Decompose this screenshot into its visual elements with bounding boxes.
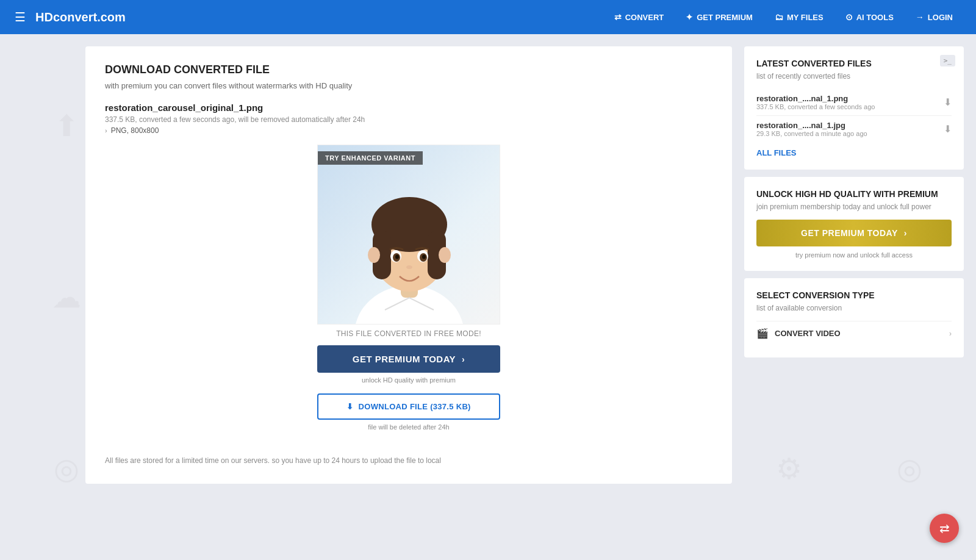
nav-item-myfiles[interactable]: 🗂MY FILES (766, 9, 832, 26)
nav-label-premium: GET PREMIUM (697, 13, 753, 22)
nav-icon-myfiles: 🗂 (775, 12, 783, 22)
conversion-item-0[interactable]: 🎬 CONVERT VIDEO › (756, 321, 952, 345)
download-label: DOWNLOAD FILE (337.5 KB) (359, 402, 471, 411)
conversion-type-sub: list of available conversion (756, 304, 952, 312)
conversion-list: 🎬 CONVERT VIDEO › (756, 321, 952, 345)
page-title: DOWNLOAD CONVERTED FILE (105, 63, 712, 76)
svg-point-14 (395, 255, 399, 259)
buttons-wrapper: GET PREMIUM TODAY › unlock HD quality wi… (317, 345, 500, 443)
svg-point-8 (368, 247, 380, 263)
nav-icon-aitools: ⊙ (845, 12, 853, 22)
svg-point-15 (422, 255, 426, 259)
page-background: ⬆⚙◎⬡ ↯⬆▣⚙ ☁◎⬡↯ ▣⬆☁⚙ ◎⬡⬆↯ ▣☁⚙◎ DOWNLOAD C… (0, 34, 976, 560)
latest-files-card: LATEST CONVERTED FILES list of recently … (744, 46, 964, 170)
conversion-item-left-0: 🎬 CONVERT VIDEO (756, 328, 841, 339)
file-item-info-0: restoration_....nal_1.png 337.5 KB, conv… (756, 94, 875, 110)
file-list: restoration_....nal_1.png 337.5 KB, conv… (756, 89, 952, 142)
download-btn-sub: file will be deleted after 24h (368, 423, 449, 431)
chevron-right-icon: › (462, 354, 465, 364)
file-name: restoration_carousel_original_1.png (105, 102, 712, 113)
file-type-row[interactable]: › PNG, 800x800 (105, 126, 712, 135)
nav-item-login[interactable]: →LOGIN (907, 9, 961, 26)
file-meta: 337.5 KB, converted a few seconds ago, w… (105, 115, 712, 124)
conversion-chevron-0: › (949, 329, 952, 338)
nav-label-convert: CONVERT (625, 13, 664, 22)
conversion-icon-0: 🎬 (756, 328, 769, 339)
preview-image (318, 145, 500, 325)
premium-gold-btn-sub: try premium now and unlock full access (756, 251, 952, 259)
image-preview-wrapper: TRY ENHANCED VARIANT THIS FILE CONVERTED… (105, 145, 712, 443)
nav-label-myfiles: MY FILES (787, 13, 824, 22)
download-icon: ⬇ (346, 402, 353, 411)
page-subtitle: with premium you can convert files witho… (105, 81, 712, 90)
file-type-label: PNG, 800x800 (111, 126, 159, 135)
file-download-icon-0[interactable]: ⬇ (944, 96, 952, 108)
nav-label-login: LOGIN (928, 13, 953, 22)
site-logo: HDconvert.com (35, 10, 126, 24)
nav-item-convert[interactable]: ⇄CONVERT (606, 9, 673, 26)
file-item-name-0: restoration_....nal_1.png (756, 94, 875, 103)
latest-files-subtitle: list of recently converted files (756, 72, 952, 81)
download-file-button[interactable]: ⬇ DOWNLOAD FILE (337.5 KB) (317, 393, 500, 420)
nav-icon-convert: ⇄ (614, 12, 622, 22)
get-premium-gold-button[interactable]: GET PREMIUM TODAY › (756, 220, 952, 246)
file-item: restoration_....nal_1.jpg 29.3 KB, conve… (756, 116, 952, 142)
chevron-right-gold-icon: › (904, 228, 907, 238)
main-layout: DOWNLOAD CONVERTED FILE with premium you… (0, 34, 976, 496)
right-panel: LATEST CONVERTED FILES list of recently … (744, 46, 964, 484)
header: ☰ HDconvert.com ⇄CONVERT✦GET PREMIUM🗂MY … (0, 0, 976, 34)
all-files-link[interactable]: ALL FILES (756, 148, 952, 157)
try-enhanced-banner[interactable]: TRY ENHANCED VARIANT (318, 151, 423, 165)
conversion-label-0: CONVERT VIDEO (775, 329, 841, 338)
nav-item-premium[interactable]: ✦GET PREMIUM (677, 9, 761, 26)
svg-point-9 (439, 247, 451, 263)
file-item-name-1: restoration_....nal_1.jpg (756, 121, 867, 130)
premium-card-title: UNLOCK HIGH HD QUALITY WITH PREMIUM (756, 189, 952, 199)
premium-card-sub: join premium membership today and unlock… (756, 203, 952, 211)
svg-point-16 (406, 265, 412, 269)
conversion-type-card: SELECT CONVERSION TYPE list of available… (744, 278, 964, 357)
left-panel: DOWNLOAD CONVERTED FILE with premium you… (85, 46, 732, 484)
premium-btn-sub: unlock HD quality with premium (362, 376, 456, 384)
image-preview-box: TRY ENHANCED VARIANT (317, 145, 500, 325)
file-item-meta-0: 337.5 KB, converted a few seconds ago (756, 103, 875, 110)
header-nav: ⇄CONVERT✦GET PREMIUM🗂MY FILES⊙AI TOOLS→L… (606, 9, 961, 26)
nav-icon-login: → (916, 12, 924, 22)
file-item-meta-1: 29.3 KB, converted a minute ago ago (756, 130, 867, 137)
nav-icon-premium: ✦ (686, 12, 693, 22)
nav-item-aitools[interactable]: ⊙AI TOOLS (837, 9, 902, 26)
conversion-type-title: SELECT CONVERSION TYPE (756, 290, 952, 300)
file-download-icon-1[interactable]: ⬇ (944, 123, 952, 135)
latest-files-title: LATEST CONVERTED FILES (756, 59, 952, 68)
terminal-icon: >_ (940, 55, 955, 66)
get-premium-button[interactable]: GET PREMIUM TODAY › (317, 345, 500, 373)
file-item: restoration_....nal_1.png 337.5 KB, conv… (756, 89, 952, 116)
nav-label-aitools: AI TOOLS (856, 13, 894, 22)
menu-icon[interactable]: ☰ (15, 10, 26, 24)
premium-card: UNLOCK HIGH HD QUALITY WITH PREMIUM join… (744, 177, 964, 271)
file-item-info-1: restoration_....nal_1.jpg 29.3 KB, conve… (756, 121, 867, 137)
footer-note: All files are stored for a limited time … (105, 455, 712, 467)
get-premium-label: GET PREMIUM TODAY (353, 354, 456, 364)
chevron-right-icon: › (105, 127, 107, 134)
convert-fab-icon: ⇄ (939, 521, 950, 536)
convert-fab[interactable]: ⇄ (930, 514, 959, 543)
get-premium-gold-label: GET PREMIUM TODAY (801, 228, 898, 238)
free-mode-text: THIS FILE CONVERTED IN FREE MODE! (336, 329, 481, 338)
